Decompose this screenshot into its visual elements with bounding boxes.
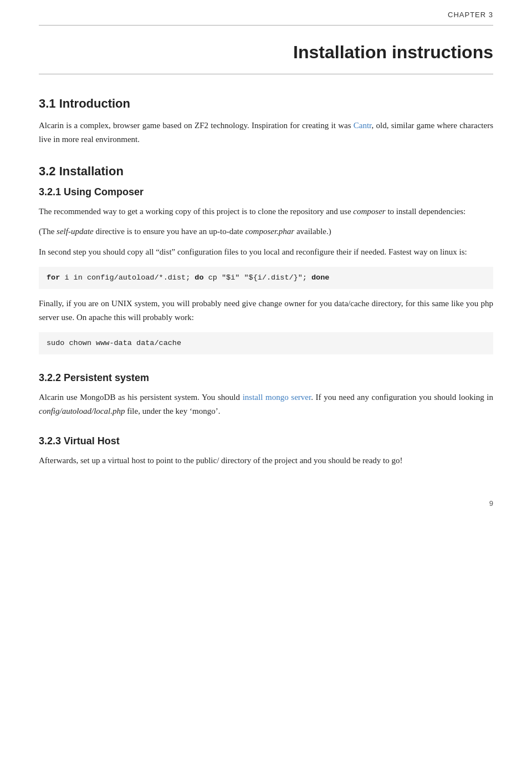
section-3-2-1-para-2: (The self-update directive is to ensure … xyxy=(39,225,493,239)
code-block-2: sudo chown www-data data/cache xyxy=(39,332,493,354)
section-3-2-1-para-1: The recommended way to get a working cop… xyxy=(39,205,493,219)
cantr-link[interactable]: Cantr xyxy=(354,121,372,130)
section-3-1-para-1: Alcarin is a complex, browser game based… xyxy=(39,119,493,146)
section-3-2-3-heading: 3.2.3 Virtual Host xyxy=(39,435,493,447)
page-title: Installation instructions xyxy=(39,42,493,63)
section-3-1: 3.1 Introduction Alcarin is a complex, b… xyxy=(39,97,493,146)
section-3-2: 3.2 Installation 3.2.1 Using Composer Th… xyxy=(39,164,493,468)
install-mongo-link[interactable]: install mongo server xyxy=(243,393,311,402)
section-3-2-2: 3.2.2 Persistent system Alcarin use Mong… xyxy=(39,372,493,418)
page-container: CHAPTER 3 Installation instructions 3.1 … xyxy=(0,0,532,519)
section-3-2-3-para-1: Afterwards, set up a virtual host to poi… xyxy=(39,454,493,468)
section-3-2-1-heading: 3.2.1 Using Composer xyxy=(39,186,493,198)
code-block-1: for i in config/autoload/*.dist; do cp "… xyxy=(39,267,493,289)
section-3-2-1-para-4: Finally, if you are on UNIX system, you … xyxy=(39,297,493,324)
title-section: Installation instructions xyxy=(39,26,493,74)
section-3-2-2-para-1: Alcarin use MongoDB as his persistent sy… xyxy=(39,390,493,418)
chapter-header: CHAPTER 3 xyxy=(39,0,493,26)
section-3-1-heading: 3.1 Introduction xyxy=(39,97,493,111)
chapter-label: CHAPTER 3 xyxy=(448,11,493,19)
page-number: 9 xyxy=(489,499,493,508)
section-3-2-3: 3.2.3 Virtual Host Afterwards, set up a … xyxy=(39,435,493,468)
section-3-2-1: 3.2.1 Using Composer The recommended way… xyxy=(39,186,493,354)
section-3-2-2-heading: 3.2.2 Persistent system xyxy=(39,372,493,384)
section-3-2-heading: 3.2 Installation xyxy=(39,164,493,179)
section-3-2-1-para-3: In second step you should copy all “dist… xyxy=(39,245,493,259)
